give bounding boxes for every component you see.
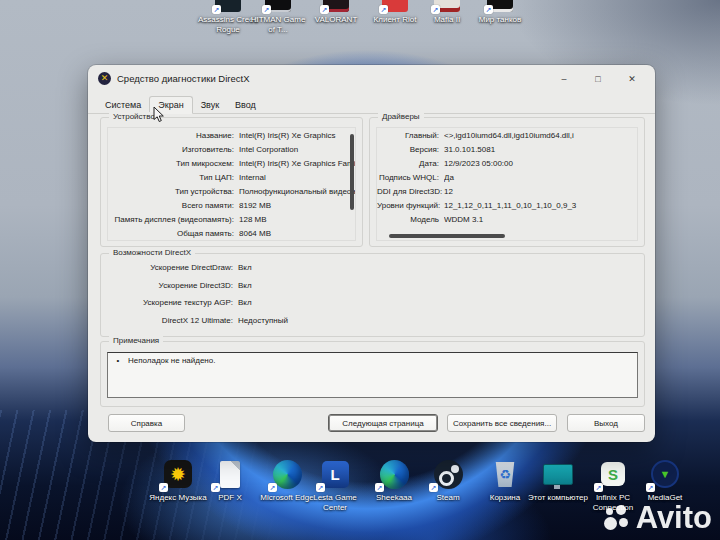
shortcut-arrow-icon: ↗ (379, 5, 388, 14)
infinix-pc-connection-icon: S (601, 462, 625, 486)
shortcut-arrow-icon: ↗ (431, 5, 440, 14)
device-groupbox: Устройство Название:Intel(R) Iris(R) Xe … (100, 117, 363, 247)
notes-textbox: • Неполадок не найдено. (107, 352, 638, 398)
avito-watermark-text: Avito (636, 500, 712, 536)
device-row: Память дисплея (видеопамять):128 MB (108, 213, 355, 227)
maximize-button[interactable]: □ (581, 65, 615, 92)
save-all-info-button[interactable]: Сохранить все сведения... (447, 414, 557, 432)
desktop-icon-label: PDF X (218, 493, 242, 503)
horizontal-scrollbar[interactable] (389, 234, 505, 238)
this-pc-icon (543, 464, 573, 485)
tab-system[interactable]: Система (97, 97, 149, 113)
mediaget-icon: ▼ (651, 460, 679, 488)
desktop-icon-mediaget[interactable]: ▼↗ MediaGet (633, 458, 697, 503)
tab-strip: Система Экран Звук Ввод (88, 92, 655, 114)
desktop-icon-label: Mafia II (434, 15, 460, 25)
device-row: Тип микросхем:Intel(R) Iris(R) Xe Graphi… (108, 156, 355, 170)
feature-row: Ускорение Direct3D:Вкл (107, 277, 644, 295)
shortcut-arrow-icon: ↗ (211, 483, 220, 492)
avito-watermark: Avito (604, 500, 712, 536)
device-row: Изготовитель:Intel Corporation (108, 142, 355, 156)
mouse-cursor-icon (153, 106, 165, 128)
riot-client-icon: ↗ (382, 0, 408, 12)
desktop-icon-label: Lesta Game Center (304, 493, 366, 512)
tab-input[interactable]: Ввод (227, 97, 264, 113)
notes-bullet: • (108, 356, 128, 365)
driver-row: Уровни функций:12_1,12_0,11_1,11_0,10_1,… (377, 198, 637, 212)
shortcut-arrow-icon: ↗ (212, 5, 221, 14)
shortcut-arrow-icon: ↗ (159, 483, 168, 492)
notes-groupbox: Примечания • Неполадок не найдено. (100, 341, 645, 407)
exit-button[interactable]: Выход (567, 414, 645, 432)
directx-icon: ✕ (98, 72, 111, 85)
device-row: Тип ЦАП:Internal (108, 170, 355, 184)
notes-text: Неполадок не найдено. (128, 356, 215, 365)
driver-row: Главный:<>,igd10iumd64.dll,igd10iumd64.d… (377, 128, 637, 142)
desktop-icon-world-of-tanks[interactable]: ↗ Мир танков (468, 0, 532, 25)
tab-sound[interactable]: Звук (193, 97, 227, 113)
desktop-icon-label: Клиент Riot (374, 15, 417, 25)
shortcut-arrow-icon: ↗ (594, 483, 603, 492)
pdf-x-icon (220, 461, 240, 488)
feature-row: Ускорение DirectDraw:Вкл (107, 259, 644, 277)
recycle-bin-icon: ♻ (494, 461, 516, 487)
desktop-icon-lesta-game-center[interactable]: L↗ Lesta Game Center (303, 458, 367, 512)
desktop-icon-label: VALORANT (315, 15, 358, 25)
drivers-fields: Главный:<>,igd10iumd64.dll,igd10iumd64.d… (376, 127, 638, 241)
dxdiag-window: ✕ Средство диагностики DirectX – □ ✕ Сис… (88, 65, 655, 442)
help-button[interactable]: Справка (108, 414, 185, 432)
shortcut-arrow-icon: ↗ (316, 483, 325, 492)
desktop-icon-label: Корзина (490, 493, 520, 503)
desktop-icon-hitman[interactable]: ↗ HITMAN Game of T... (246, 0, 310, 34)
mafia-2-icon: ↗ (434, 0, 460, 12)
desktop-icon-label: Мир танков (479, 15, 522, 25)
world-of-tanks-icon: ↗ (487, 0, 513, 12)
desktop-icon-valorant[interactable]: ↗ VALORANT (304, 0, 368, 25)
device-legend: Устройство (109, 112, 159, 121)
shortcut-arrow-icon: ↗ (262, 5, 271, 14)
vertical-scrollbar[interactable] (350, 134, 354, 210)
feature-row: Ускорение текстур AGP:Вкл (107, 294, 644, 312)
driver-row: МодельWDDM 3.1 (377, 213, 637, 227)
lesta-game-center-icon: L (322, 461, 349, 488)
hitman-icon: ↗ (265, 0, 291, 12)
desktop-icon-pdf-x[interactable]: ↗ PDF X (198, 458, 262, 503)
driver-row: Версия:31.0.101.5081 (377, 142, 637, 156)
device-row: Всего памяти:8192 MB (108, 198, 355, 212)
next-page-button[interactable]: Следующая страница (328, 414, 438, 432)
feature-row: DirectX 12 Ultimate:Недоступный (107, 312, 644, 330)
drivers-legend: Драйверы (378, 112, 424, 121)
driver-row: Дата:12/9/2023 05:00:00 (377, 156, 637, 170)
device-row: Название:Intel(R) Iris(R) Xe Graphics (108, 128, 355, 142)
yandex-music-icon: ✹ (164, 460, 192, 488)
device-fields: Название:Intel(R) Iris(R) Xe Graphics Из… (107, 127, 356, 241)
close-button[interactable]: ✕ (615, 65, 649, 92)
notes-legend: Примечания (109, 336, 163, 345)
desktop-icon-label: Этот компьютер (528, 493, 588, 503)
shortcut-arrow-icon: ↗ (646, 483, 655, 492)
driver-row: DDI для Direct3D:12 (377, 184, 637, 198)
desktop: ↗ Assassins Creed Rogue ↗ HITMAN Game of… (0, 0, 720, 540)
avito-logo-icon (604, 505, 631, 532)
desktop-icon-label: Steam (436, 493, 459, 503)
shortcut-arrow-icon: ↗ (320, 5, 329, 14)
valorant-icon: ↗ (323, 0, 349, 12)
desktop-icon-label: HITMAN Game of T... (247, 15, 309, 34)
shortcut-arrow-icon: ↗ (429, 483, 438, 492)
device-row: Общая память:8064 MB (108, 227, 355, 241)
assassins-creed-rogue-icon: ↗ (215, 0, 241, 12)
device-row: Тип устройства:Полнофункциональный видео… (108, 184, 355, 198)
shortcut-arrow-icon: ↗ (375, 483, 384, 492)
shortcut-arrow-icon: ↗ (268, 483, 277, 492)
shortcut-arrow-icon: ↗ (484, 5, 493, 14)
button-row: Справка Следующая страница Сохранить все… (100, 414, 643, 432)
directx-features-legend: Возможности DirectX (109, 248, 195, 257)
driver-row: Подпись WHQL:Да (377, 170, 637, 184)
minimize-button[interactable]: – (547, 65, 581, 92)
desktop-icon-label: Sheekaaa (376, 493, 412, 503)
desktop-icon-steam[interactable]: ↗ Steam (416, 458, 480, 503)
directx-features-groupbox: Возможности DirectX Ускорение DirectDraw… (100, 253, 645, 337)
drivers-groupbox: Драйверы Главный:<>,igd10iumd64.dll,igd1… (369, 117, 645, 247)
window-title: Средство диагностики DirectX (117, 73, 250, 84)
titlebar[interactable]: ✕ Средство диагностики DirectX – □ ✕ (88, 65, 655, 92)
